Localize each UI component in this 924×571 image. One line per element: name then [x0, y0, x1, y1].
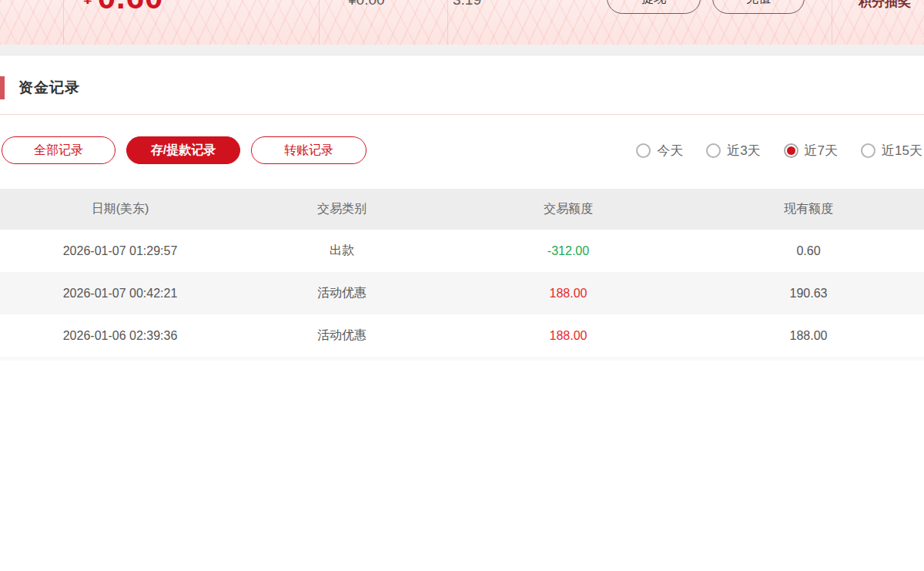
main-balance-value: 0.60	[98, 0, 164, 15]
page-title: 资金记录	[18, 78, 80, 98]
cell-amount: -312.00	[444, 244, 693, 258]
radio-last-7-days[interactable]: 近7天	[784, 142, 838, 160]
section-header: 资金记录	[0, 76, 80, 99]
header-amount: 交易额度	[444, 201, 693, 217]
tab-deposit-withdraw-records[interactable]: 存/提款记录	[126, 136, 240, 164]
header-balance: 现有额度	[693, 201, 924, 217]
cell-type: 活动优惠	[240, 285, 444, 301]
cell-amount: 188.00	[444, 287, 693, 301]
radio-last-15-days[interactable]: 近15天	[861, 142, 922, 160]
radio-selected-icon	[784, 143, 798, 158]
funds-record-page: ¥0.60 ¥0.00 3.19 提现 充值 积分抽奖 资金记录 全部记录 存/…	[0, 0, 924, 571]
secondary-balance: ¥0.00	[348, 0, 385, 8]
yen-symbol: ¥	[83, 0, 93, 7]
card-gap-band	[0, 45, 924, 55]
radio-last-3-days[interactable]: 近3天	[706, 142, 760, 160]
radio-label: 近3天	[727, 142, 760, 160]
tertiary-value: 3.19	[453, 0, 481, 8]
withdraw-button[interactable]: 提现	[607, 0, 701, 14]
radio-today[interactable]: 今天	[636, 142, 683, 160]
radio-label: 近7天	[805, 142, 838, 160]
cell-amount: 188.00	[444, 329, 693, 343]
table-row: 2026-01-06 02:39:36 活动优惠 188.00 188.00	[0, 314, 924, 357]
section-divider	[0, 114, 924, 115]
wallet-banner: ¥0.60 ¥0.00 3.19 提现 充值 积分抽奖	[0, 0, 924, 45]
cell-date: 2026-01-07 01:29:57	[0, 244, 240, 258]
cell-type: 出款	[240, 243, 444, 259]
radio-label: 近15天	[882, 142, 922, 160]
banner-divider	[63, 0, 64, 45]
banner-divider	[832, 0, 832, 45]
cell-balance: 190.63	[693, 287, 924, 301]
table-row: 2026-01-07 01:29:57 出款 -312.00 0.60	[0, 230, 924, 272]
cell-balance: 0.60	[693, 244, 924, 258]
points-lottery-link[interactable]: 积分抽奖	[859, 0, 911, 11]
filter-row: 全部记录 存/提款记录 转账记录 今天 近3天 近7天 近15天	[0, 136, 924, 164]
main-balance: ¥0.60	[83, 0, 163, 16]
date-range-group: 今天 近3天 近7天 近15天	[636, 136, 922, 164]
banner-divider	[447, 0, 448, 45]
radio-icon	[706, 143, 721, 158]
header-type: 交易类别	[240, 201, 444, 217]
cell-date: 2026-01-07 00:42:21	[0, 287, 240, 301]
cell-balance: 188.00	[693, 329, 924, 343]
tab-transfer-records[interactable]: 转账记录	[251, 136, 367, 164]
radio-label: 今天	[657, 142, 683, 160]
table-tail-strip	[0, 357, 924, 361]
table-row: 2026-01-07 00:42:21 活动优惠 188.00 190.63	[0, 272, 924, 314]
title-accent-bar	[0, 76, 5, 99]
tab-all-records[interactable]: 全部记录	[2, 136, 116, 164]
radio-icon	[636, 143, 651, 158]
cell-date: 2026-01-06 02:39:36	[0, 329, 240, 343]
records-table: 日期(美东) 交易类别 交易额度 现有额度 2026-01-07 01:29:5…	[0, 189, 924, 361]
recharge-button[interactable]: 充值	[712, 0, 805, 14]
header-date: 日期(美东)	[0, 201, 240, 217]
banner-divider	[319, 0, 320, 45]
table-header-row: 日期(美东) 交易类别 交易额度 现有额度	[0, 189, 924, 230]
radio-icon	[861, 143, 875, 158]
cell-type: 活动优惠	[240, 327, 444, 344]
